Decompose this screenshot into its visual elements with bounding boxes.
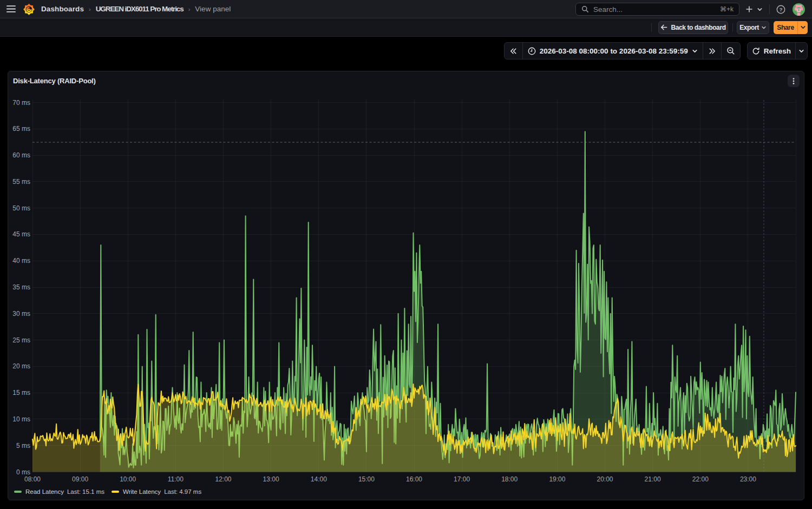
svg-text:18:00: 18:00 bbox=[501, 475, 518, 483]
svg-text:17:00: 17:00 bbox=[454, 475, 470, 483]
svg-text:25 ms: 25 ms bbox=[12, 336, 30, 344]
svg-text:10 ms: 10 ms bbox=[12, 415, 30, 423]
svg-text:15:00: 15:00 bbox=[358, 475, 375, 483]
svg-text:16:00: 16:00 bbox=[406, 475, 422, 483]
svg-text:45 ms: 45 ms bbox=[12, 230, 30, 238]
svg-text:70 ms: 70 ms bbox=[12, 99, 30, 107]
svg-text:35 ms: 35 ms bbox=[12, 283, 30, 291]
svg-text:14:00: 14:00 bbox=[311, 475, 327, 483]
svg-text:15 ms: 15 ms bbox=[12, 389, 30, 396]
svg-text:40 ms: 40 ms bbox=[12, 257, 30, 265]
svg-text:?: ? bbox=[779, 6, 782, 12]
svg-text:10:00: 10:00 bbox=[120, 475, 136, 483]
svg-text:19:00: 19:00 bbox=[549, 475, 565, 483]
svg-text:65 ms: 65 ms bbox=[12, 125, 30, 133]
svg-text:11:00: 11:00 bbox=[168, 475, 184, 483]
svg-text:0 ms: 0 ms bbox=[16, 468, 30, 476]
svg-text:50 ms: 50 ms bbox=[12, 204, 30, 212]
svg-text:12:00: 12:00 bbox=[215, 475, 231, 483]
svg-text:60 ms: 60 ms bbox=[12, 151, 30, 159]
svg-text:08:00: 08:00 bbox=[24, 475, 41, 483]
svg-text:13:00: 13:00 bbox=[263, 475, 279, 483]
svg-text:22:00: 22:00 bbox=[692, 475, 709, 483]
svg-text:20 ms: 20 ms bbox=[12, 362, 30, 370]
svg-text:55 ms: 55 ms bbox=[12, 178, 30, 186]
svg-text:5 ms: 5 ms bbox=[16, 442, 30, 449]
svg-text:09:00: 09:00 bbox=[72, 475, 88, 483]
svg-text:21:00: 21:00 bbox=[645, 475, 661, 483]
svg-text:23:00: 23:00 bbox=[740, 475, 756, 483]
svg-text:30 ms: 30 ms bbox=[12, 310, 30, 318]
svg-text:20:00: 20:00 bbox=[597, 475, 613, 483]
